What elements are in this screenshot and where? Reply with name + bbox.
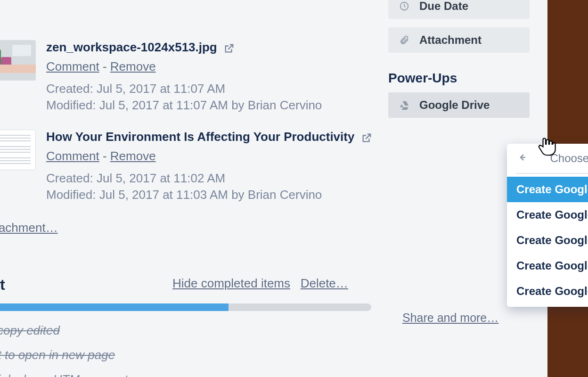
attachment-title[interactable]: How Your Environment Is Affecting Your P…	[46, 130, 354, 144]
document-type-popover: Choose Document Type Create Google Docum…	[507, 144, 588, 307]
attachment-button[interactable]: Attachment	[388, 27, 530, 53]
menu-item-google-slides[interactable]: Create Google Slides	[507, 228, 588, 253]
checklist-heading: t	[0, 276, 5, 294]
external-link-icon[interactable]	[361, 133, 372, 145]
attachment-remove-link[interactable]: Remove	[110, 59, 156, 74]
clock-icon	[398, 1, 411, 11]
separator: -	[103, 59, 110, 74]
attachment-item: How Your Environment Is Affecting Your P…	[0, 130, 372, 203]
powerups-heading: Power-Ups	[388, 71, 457, 86]
checklist-progress	[0, 303, 371, 311]
attachment-comment-link[interactable]: Comment	[46, 149, 99, 163]
checklist-actions: Hide completed items Delete…	[172, 276, 348, 291]
attachment-thumbnail[interactable]	[0, 40, 36, 81]
checklist-item[interactable]: set to open in new page	[0, 348, 115, 362]
hide-completed-link[interactable]: Hide completed items	[172, 276, 290, 290]
add-attachment-link[interactable]: attachment…	[0, 221, 58, 235]
attachment-item: zen_workspace-1024x513.jpg Comment - Rem…	[0, 40, 322, 114]
menu-item-google-folder[interactable]: Create Google Folder	[507, 279, 588, 304]
delete-checklist-link[interactable]: Delete…	[301, 276, 348, 290]
separator: -	[103, 149, 110, 163]
share-and-more-link[interactable]: Share and more…	[402, 311, 498, 325]
attachment-title[interactable]: zen_workspace-1024x513.jpg	[46, 40, 217, 55]
attachments-heading: ents	[0, 0, 31, 0]
attachment-modified: Modified: Jul 5, 2017 at 11:03 AM by Bri…	[46, 187, 372, 203]
attachment-modified: Modified: Jul 5, 2017 at 11:07 AM by Bri…	[46, 97, 322, 114]
paperclip-icon	[398, 35, 411, 45]
google-drive-label: Google Drive	[419, 98, 490, 112]
popover-back-button[interactable]	[516, 152, 528, 165]
menu-item-google-document[interactable]: Create Google Document	[507, 177, 588, 202]
attachment-remove-link[interactable]: Remove	[110, 149, 156, 163]
google-drive-icon	[398, 100, 411, 110]
external-link-icon[interactable]	[224, 43, 234, 56]
google-drive-button[interactable]: Google Drive	[388, 92, 530, 118]
due-date-button[interactable]: Due Date	[388, 0, 530, 19]
attachment-thumbnail[interactable]	[0, 130, 36, 170]
card-back: ents zen_workspace-1024x513.jpg Comment …	[0, 0, 547, 377]
attachment-created: Created: Jul 5, 2017 at 11:02 AM	[46, 170, 372, 187]
checklist-item[interactable]: d links have UTM parameters	[0, 372, 145, 377]
attachment-comment-link[interactable]: Comment	[46, 59, 99, 74]
checklist-item[interactable]: is copy edited	[0, 323, 60, 338]
checklist-progress-fill	[0, 303, 229, 311]
attachment-created: Created: Jul 5, 2017 at 11:07 AM	[46, 81, 322, 97]
menu-item-google-drawing[interactable]: Create Google Drawing	[507, 202, 588, 228]
menu-item-google-sheets[interactable]: Create Google Sheets	[507, 253, 588, 279]
attachment-label: Attachment	[419, 33, 482, 47]
popover-title: Choose Document Type	[550, 152, 588, 165]
due-date-label: Due Date	[419, 0, 468, 13]
